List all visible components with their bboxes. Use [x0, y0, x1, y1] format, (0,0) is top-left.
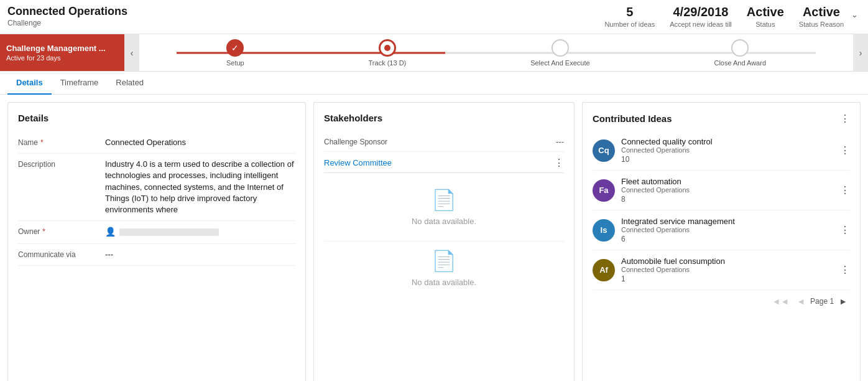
- step-close-label: Close And Award: [714, 59, 766, 67]
- stat-ideas-label: Number of ideas: [604, 21, 655, 28]
- header-title-area: Connected Operations Challenge: [7, 5, 604, 27]
- stat-ideas-value: 5: [604, 5, 655, 19]
- challenge-badge-sub: Active for 23 days: [6, 54, 118, 62]
- progress-bar-area: Challenge Management ... Active for 23 d…: [0, 34, 868, 72]
- challenge-sponsor-row: Challenge Sponsor ---: [324, 132, 564, 152]
- tab-timeframe[interactable]: Timeframe: [52, 72, 108, 95]
- owner-blurred-name: [119, 228, 219, 236]
- idea-subtitle-2: Connected Operations: [621, 226, 834, 233]
- stat-ideas: 5 Number of ideas: [604, 5, 655, 29]
- field-name-value: Connected Operations: [105, 137, 295, 148]
- field-owner-label: Owner*: [18, 226, 105, 236]
- idea-avatar-3: Af: [593, 259, 615, 281]
- field-name-label: Name*: [18, 137, 105, 147]
- field-communicate-label: Communicate via: [18, 249, 105, 259]
- step-setup-circle: ✓: [226, 39, 244, 57]
- idea-more-icon-3[interactable]: ⋮: [840, 264, 850, 276]
- idea-info-0: Connected quality control Connected Oper…: [621, 137, 834, 164]
- field-owner-value: 👤: [105, 226, 295, 238]
- stat-status-reason-value: Active: [799, 5, 844, 19]
- main-content: Details Name* Connected Operations Descr…: [0, 95, 868, 381]
- step-select-label: Select And Execute: [530, 59, 589, 67]
- page-subtitle: Challenge: [7, 19, 41, 27]
- tabs-bar: Details Timeframe Related: [0, 72, 868, 95]
- idea-subtitle-1: Connected Operations: [621, 186, 834, 194]
- stat-accept-till: 4/29/2018 Accept new ideas till: [670, 5, 732, 29]
- challenge-sponsor-value: ---: [556, 137, 564, 146]
- stakeholders-no-data-text-2: No data available.: [412, 278, 476, 287]
- idea-count-2: 6: [621, 235, 834, 243]
- field-communicate: Communicate via ---: [18, 244, 295, 266]
- no-data-doc-icon: 📄: [432, 188, 456, 212]
- idea-item-0: Cq Connected quality control Connected O…: [593, 131, 850, 171]
- pagination-page-label: Page 1: [810, 297, 834, 306]
- progress-prev-button[interactable]: ‹: [124, 34, 139, 71]
- idea-avatar-2: Is: [593, 219, 615, 242]
- stat-date-value: 4/29/2018: [670, 5, 732, 19]
- page-title: Connected Operations: [7, 5, 604, 18]
- owner-required-star: *: [42, 227, 45, 236]
- stat-date-label: Accept new ideas till: [670, 21, 732, 28]
- details-panel-title: Details: [18, 113, 295, 123]
- review-committee-more-icon[interactable]: ⋮: [554, 157, 564, 169]
- progress-next-button[interactable]: ›: [853, 34, 868, 71]
- details-panel: Details Name* Connected Operations Descr…: [7, 102, 306, 381]
- stat-status-reason-label: Status Reason: [799, 21, 844, 28]
- step-close-circle: [731, 39, 749, 57]
- ideas-panel-title: Contributed Ideas: [593, 113, 672, 124]
- idea-count-3: 1: [621, 275, 834, 283]
- idea-title-2: Integrated service management: [621, 217, 834, 226]
- ideas-panel-more-icon[interactable]: ⋮: [840, 113, 850, 125]
- pagination-first-button[interactable]: ◄◄: [770, 295, 792, 308]
- step-select-circle: [552, 39, 569, 57]
- idea-title-1: Fleet automation: [621, 177, 834, 186]
- idea-item-1: Fa Fleet automation Connected Operations…: [593, 171, 850, 210]
- stat-status-label: Status: [755, 21, 775, 28]
- idea-info-3: Automobile fuel consumption Connected Op…: [621, 256, 834, 283]
- step-select: Select And Execute: [530, 39, 589, 67]
- person-icon: 👤: [105, 226, 116, 238]
- ideas-list: Cq Connected quality control Connected O…: [593, 131, 850, 290]
- stat-status: Active Status: [747, 5, 784, 29]
- idea-info-2: Integrated service management Connected …: [621, 217, 834, 243]
- idea-title-0: Connected quality control: [621, 137, 834, 146]
- idea-count-1: 8: [621, 195, 834, 204]
- tab-related[interactable]: Related: [107, 72, 152, 95]
- step-track-circle: [379, 39, 396, 57]
- idea-avatar-0: Cq: [593, 139, 615, 162]
- stakeholders-no-data-2: 📄 No data available.: [324, 241, 564, 302]
- challenge-badge[interactable]: Challenge Management ... Active for 23 d…: [0, 34, 124, 71]
- field-description: Description Industry 4.0 is a term used …: [18, 154, 295, 221]
- field-description-value: Industry 4.0 is a term used to describe …: [105, 159, 295, 215]
- owner-row: 👤: [105, 226, 295, 238]
- idea-more-icon-2[interactable]: ⋮: [840, 224, 850, 236]
- idea-subtitle-0: Connected Operations: [621, 146, 834, 154]
- stakeholders-panel: Stakeholders Challenge Sponsor --- Revie…: [313, 102, 575, 381]
- stat-status-value: Active: [747, 5, 784, 19]
- idea-more-icon-1[interactable]: ⋮: [840, 184, 850, 196]
- step-setup: ✓ Setup: [226, 39, 244, 67]
- tab-details[interactable]: Details: [7, 72, 52, 95]
- idea-more-icon-0[interactable]: ⋮: [840, 144, 850, 156]
- step-track-label: Track (13 D): [369, 59, 407, 67]
- idea-info-1: Fleet automation Connected Operations 8: [621, 177, 834, 204]
- idea-count-0: 10: [621, 155, 834, 164]
- pagination-next-button[interactable]: ►: [836, 295, 850, 308]
- field-owner: Owner* 👤: [18, 221, 295, 244]
- review-committee-label[interactable]: Review Committee: [324, 158, 392, 167]
- header-stats: 5 Number of ideas 4/29/2018 Accept new i…: [604, 5, 844, 29]
- field-description-label: Description: [18, 159, 105, 169]
- challenge-sponsor-label: Challenge Sponsor: [324, 138, 387, 146]
- page-header: Connected Operations Challenge 5 Number …: [0, 0, 868, 34]
- stakeholders-panel-title: Stakeholders: [324, 113, 564, 123]
- idea-item-3: Af Automobile fuel consumption Connected…: [593, 250, 850, 290]
- step-setup-label: Setup: [226, 59, 244, 67]
- idea-subtitle-3: Connected Operations: [621, 266, 834, 273]
- stakeholders-no-data-text: No data available.: [412, 217, 476, 226]
- pagination-prev-button[interactable]: ◄: [794, 295, 808, 308]
- field-communicate-value: ---: [105, 249, 295, 260]
- header-dropdown-button[interactable]: ⌄: [849, 7, 861, 22]
- stat-status-reason: Active Status Reason: [799, 5, 844, 29]
- challenge-badge-title: Challenge Management ...: [6, 44, 118, 53]
- name-required-star: *: [40, 138, 44, 147]
